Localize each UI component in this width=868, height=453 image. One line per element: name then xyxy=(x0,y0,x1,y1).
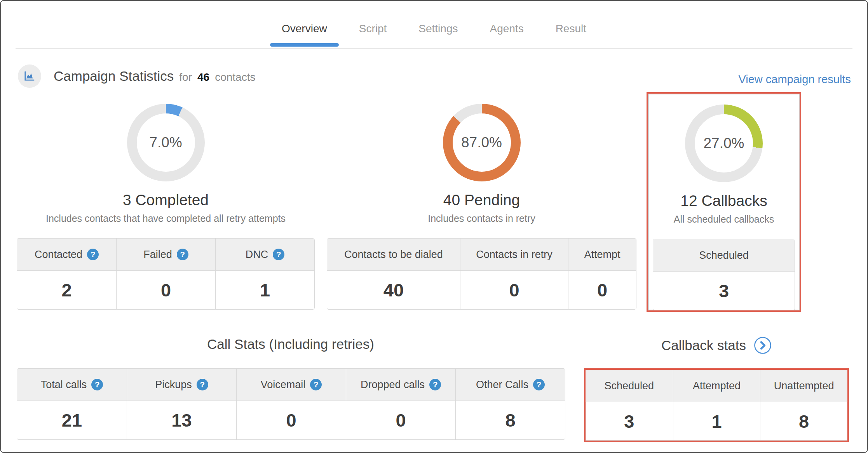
table-value-cell: 8 xyxy=(760,402,847,441)
table-value-cell: 8 xyxy=(455,401,565,439)
table-header-cell: Pickups? xyxy=(127,369,236,401)
callbacks-scheduled-table: Scheduled3 xyxy=(653,239,795,310)
contacts-text: contacts xyxy=(215,71,255,83)
column-header-label: Other Calls xyxy=(476,379,528,391)
table-value-cell: 1 xyxy=(215,271,314,309)
column-header-label: Contacts in retry xyxy=(476,249,553,261)
completed-donut-chart: 7.0% xyxy=(127,104,205,181)
table-header-cell: Contacts in retry xyxy=(460,239,568,271)
help-icon[interactable]: ? xyxy=(310,379,322,390)
tab-divider xyxy=(16,48,852,49)
column-header-label: Total calls xyxy=(41,379,87,391)
help-icon[interactable]: ? xyxy=(177,249,188,260)
help-icon[interactable]: ? xyxy=(533,379,545,390)
table-header-cell: Contacts to be dialed xyxy=(327,239,460,271)
stat-subtitle: Includes contacts in retry xyxy=(327,213,636,224)
column-header-label: Dropped calls xyxy=(361,379,425,391)
tab-settings[interactable]: Settings xyxy=(417,23,459,47)
stat-title: 12 Callbacks xyxy=(648,192,800,209)
column-header-label: Failed xyxy=(143,249,172,261)
completed-table: Contacted?Failed?DNC?201 xyxy=(17,238,315,310)
column-header-label: Scheduled xyxy=(699,249,749,261)
help-icon[interactable]: ? xyxy=(87,249,99,260)
stat-subtitle: All scheduled callbacks xyxy=(648,214,800,225)
column-header-label: DNC xyxy=(246,249,268,261)
column-header-label: Unattempted xyxy=(774,380,834,392)
campaign-dashboard: OverviewScriptSettingsAgentsResult Campa… xyxy=(0,0,868,453)
table-header-cell: Total calls? xyxy=(17,369,127,401)
callback-stats-title: Callback stats xyxy=(661,338,746,353)
pending-donut-chart: 87.0% xyxy=(443,104,521,181)
stat-subtitle: Includes contacts that have completed al… xyxy=(17,213,315,224)
table-value-cell: 0 xyxy=(460,271,568,309)
donut-percent-label: 87.0% xyxy=(443,104,521,181)
table-header-cell: Attempted xyxy=(673,370,760,402)
donut-percent-label: 7.0% xyxy=(127,104,205,181)
table-header-cell: DNC? xyxy=(215,239,314,271)
table-header-cell: Contacted? xyxy=(17,239,116,271)
table-value-cell: 21 xyxy=(17,401,127,439)
table-header-cell: Attempt xyxy=(568,239,636,271)
contacts-count: 46 xyxy=(197,71,209,83)
table-value-cell: 3 xyxy=(586,402,673,441)
table-value-cell: 1 xyxy=(673,402,760,441)
table-header-cell: Dropped calls? xyxy=(346,369,455,401)
circle-chevron-right-icon[interactable] xyxy=(754,336,772,354)
table-value-cell: 13 xyxy=(127,401,236,439)
help-icon[interactable]: ? xyxy=(91,379,103,390)
tab-bar: OverviewScriptSettingsAgentsResult xyxy=(0,23,868,47)
page-title: Campaign Statistics xyxy=(54,68,174,84)
callback-stats-title-row: Callback stats xyxy=(584,336,849,354)
tab-overview[interactable]: Overview xyxy=(280,23,329,47)
table-header-cell: Scheduled xyxy=(586,370,673,402)
for-text: for xyxy=(179,71,192,83)
table-header-cell: Scheduled xyxy=(653,239,795,272)
callback-stats-table: ScheduledAttemptedUnattempted318 xyxy=(586,370,847,441)
table-header-cell: Other Calls? xyxy=(455,369,565,401)
stat-title: 3 Completed xyxy=(17,192,315,209)
view-campaign-results-link[interactable]: View campaign results xyxy=(738,73,851,86)
tab-agents[interactable]: Agents xyxy=(488,23,525,47)
help-icon[interactable]: ? xyxy=(273,249,284,260)
table-header-cell: Failed? xyxy=(116,239,215,271)
stat-title: 40 Pending xyxy=(327,192,636,209)
callback-stats-annotation-box: ScheduledAttemptedUnattempted318 xyxy=(584,368,849,442)
table-value-cell: 40 xyxy=(327,271,460,309)
table-header-cell: Unattempted xyxy=(760,370,847,402)
column-header-label: Attempt xyxy=(584,249,620,261)
callbacks-donut-chart: 27.0% xyxy=(685,105,763,182)
campaign-statistics-header: Campaign Statisticsfor46contacts xyxy=(18,64,255,88)
call-stats-table: Total calls?Pickups?Voicemail?Dropped ca… xyxy=(17,368,565,440)
pending-stat-card: 87.0% 40 Pending Includes contacts in re… xyxy=(327,104,636,310)
help-icon[interactable]: ? xyxy=(429,379,441,390)
table-value-cell: 0 xyxy=(346,401,455,439)
completed-stat-card: 7.0% 3 Completed Includes contacts that … xyxy=(17,104,315,310)
donut-percent-label: 27.0% xyxy=(685,105,763,182)
table-value-cell: 0 xyxy=(568,271,636,309)
table-value-cell: 0 xyxy=(116,271,215,309)
column-header-label: Voicemail xyxy=(261,379,306,391)
column-header-label: Contacted xyxy=(35,249,82,261)
callbacks-stat-card-annotation-box: 27.0% 12 Callbacks All scheduled callbac… xyxy=(647,92,801,312)
table-header-cell: Voicemail? xyxy=(236,369,346,401)
table-value-cell: 0 xyxy=(236,401,346,439)
column-header-label: Contacts to be dialed xyxy=(344,249,443,261)
table-value-cell: 2 xyxy=(17,271,116,309)
call-stats-title: Call Stats (Including retries) xyxy=(17,336,565,352)
table-value-cell: 3 xyxy=(653,272,795,310)
area-chart-icon xyxy=(18,64,41,88)
column-header-label: Scheduled xyxy=(605,380,654,392)
tab-result[interactable]: Result xyxy=(554,23,588,47)
column-header-label: Pickups xyxy=(155,379,192,391)
tab-script[interactable]: Script xyxy=(357,23,389,47)
pending-table: Contacts to be dialedContacts in retryAt… xyxy=(327,238,636,310)
column-header-label: Attempted xyxy=(693,380,741,392)
help-icon[interactable]: ? xyxy=(197,379,208,390)
